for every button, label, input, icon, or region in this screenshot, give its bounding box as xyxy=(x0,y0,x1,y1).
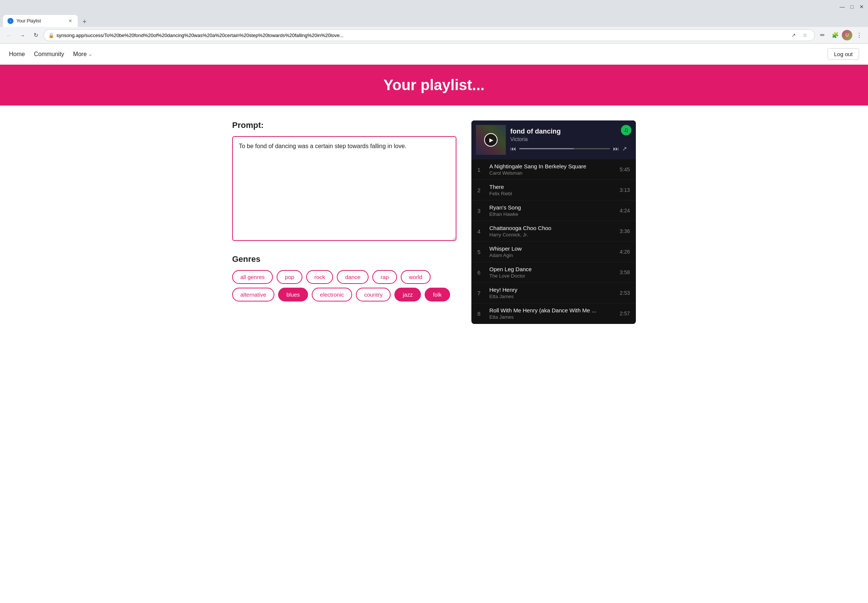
player-controls: ⏮ ⏭ ↗ xyxy=(510,145,627,152)
address-bar[interactable]: 🔒 ↗ ☆ xyxy=(43,29,815,41)
track-item[interactable]: 3 Ryan's Song Ethan Hawke 4:24 xyxy=(472,201,636,221)
track-title: A Nightingale Sang In Berkeley Square xyxy=(489,163,617,170)
share-page-button[interactable]: ↗ xyxy=(788,30,799,40)
track-title: Roll With Me Henry (aka Dance With Me ..… xyxy=(489,307,617,314)
track-item[interactable]: 6 Open Leg Dance The Love Doctor 3:58 xyxy=(472,262,636,283)
track-artist: Etta James xyxy=(489,314,617,320)
hero-banner: Your playlist... xyxy=(0,65,868,105)
track-item[interactable]: 1 A Nightingale Sang In Berkeley Square … xyxy=(472,159,636,180)
player-info: fond of dancing Victoria ⏮ ⏭ ↗ xyxy=(506,128,631,152)
new-tab-button[interactable]: + xyxy=(79,17,90,27)
more-dropdown-arrow: ⌄ xyxy=(88,51,93,57)
tab-close-button[interactable]: ✕ xyxy=(67,18,73,24)
prompt-textarea[interactable]: To be fond of dancing was a certain step… xyxy=(232,136,456,241)
nav-links: Home Community More ⌄ xyxy=(9,49,93,59)
track-number: 6 xyxy=(477,269,486,276)
genre-btn-rap[interactable]: rap xyxy=(372,270,397,284)
right-panel: ▶ fond of dancing Victoria ⏮ ⏭ ↗ xyxy=(472,121,636,324)
genre-btn-country[interactable]: country xyxy=(356,288,391,302)
puzzle-button[interactable]: 🧩 xyxy=(829,29,841,41)
tab-title: Your Playlist xyxy=(17,19,64,23)
browser-chrome: — □ ✕ ♪ Your Playlist ✕ + ← → ↻ 🔒 ↗ ☆ ✏ … xyxy=(0,0,868,44)
track-item[interactable]: 2 There Felix Riebl 3:13 xyxy=(472,180,636,201)
track-title: Hey! Henry xyxy=(489,286,617,293)
genre-btn-rock[interactable]: rock xyxy=(306,270,333,284)
nav-community[interactable]: Community xyxy=(34,49,64,59)
browser-toolbar-right: ✏ 🧩 U ⋮ xyxy=(816,29,865,41)
track-duration: 4:26 xyxy=(620,249,630,255)
user-avatar[interactable]: U xyxy=(842,30,852,40)
track-duration: 3:36 xyxy=(620,228,630,234)
nav-more[interactable]: More ⌄ xyxy=(73,49,93,59)
hero-title: Your playlist... xyxy=(0,77,868,94)
browser-menu-button[interactable]: ⋮ xyxy=(853,29,865,41)
back-button[interactable]: ← xyxy=(3,29,15,41)
reload-button[interactable]: ↻ xyxy=(30,29,42,41)
track-artist: Etta James xyxy=(489,294,617,299)
app-nav: Home Community More ⌄ Log out xyxy=(0,44,868,65)
genre-btn-pop[interactable]: pop xyxy=(277,270,302,284)
track-list: 1 A Nightingale Sang In Berkeley Square … xyxy=(472,159,636,324)
player-artist: Victoria xyxy=(510,136,627,142)
progress-bar[interactable] xyxy=(519,148,610,149)
track-number: 3 xyxy=(477,207,486,214)
track-item[interactable]: 5 Whisper Low Adam Agin 4:26 xyxy=(472,242,636,262)
track-title: Open Leg Dance xyxy=(489,266,617,272)
genre-btn-blues[interactable]: blues xyxy=(278,288,308,302)
track-number: 1 xyxy=(477,167,486,173)
track-title: Ryan's Song xyxy=(489,204,617,210)
genre-btn-world[interactable]: world xyxy=(401,270,431,284)
left-panel: Prompt: To be fond of dancing was a cert… xyxy=(232,121,456,324)
page-wrapper: Home Community More ⌄ Log out Your playl… xyxy=(0,44,868,603)
address-input[interactable] xyxy=(57,32,786,38)
forward-button[interactable]: → xyxy=(17,29,28,41)
track-list-scroll[interactable]: 1 A Nightingale Sang In Berkeley Square … xyxy=(472,159,636,324)
genre-btn-all-genres[interactable]: all genres xyxy=(232,270,273,284)
track-title: Chattanooga Choo Choo xyxy=(489,225,617,231)
browser-toolbar: ← → ↻ 🔒 ↗ ☆ ✏ 🧩 U ⋮ xyxy=(0,27,868,43)
minimize-button[interactable]: — xyxy=(839,3,846,10)
track-artist: Felix Riebl xyxy=(489,191,617,196)
track-details: A Nightingale Sang In Berkeley Square Ca… xyxy=(486,163,620,176)
track-duration: 2:53 xyxy=(620,290,630,296)
browser-titlebar: — □ ✕ xyxy=(0,0,868,14)
bookmark-button[interactable]: ☆ xyxy=(800,30,810,40)
pen-button[interactable]: ✏ xyxy=(816,29,828,41)
tab-favicon: ♪ xyxy=(8,18,14,24)
track-artist: Harry Connick, Jr. xyxy=(489,232,617,238)
next-button[interactable]: ⏭ xyxy=(613,145,619,152)
spotify-logo: ♫ xyxy=(621,125,631,135)
close-button[interactable]: ✕ xyxy=(858,3,865,10)
browser-tab[interactable]: ♪ Your Playlist ✕ xyxy=(3,15,78,27)
genres-label: Genres xyxy=(232,254,456,264)
track-number: 2 xyxy=(477,187,486,193)
maximize-button[interactable]: □ xyxy=(849,3,855,10)
genre-btn-jazz[interactable]: jazz xyxy=(395,288,421,302)
track-duration: 3:13 xyxy=(620,187,630,193)
track-number: 7 xyxy=(477,290,486,296)
genre-btn-alternative[interactable]: alternative xyxy=(232,288,274,302)
share-button[interactable]: ↗ xyxy=(622,145,627,152)
track-title: Whisper Low xyxy=(489,245,617,252)
track-artist: The Love Doctor xyxy=(489,273,617,279)
genre-btn-dance[interactable]: dance xyxy=(337,270,368,284)
progress-fill xyxy=(519,148,574,149)
lock-icon: 🔒 xyxy=(48,32,54,38)
track-number: 5 xyxy=(477,249,486,255)
track-title: There xyxy=(489,184,617,190)
track-details: Whisper Low Adam Agin xyxy=(486,245,620,258)
track-artist: Carol Welsman xyxy=(489,170,617,176)
nav-home[interactable]: Home xyxy=(9,49,25,59)
play-button[interactable]: ▶ xyxy=(484,133,498,147)
prev-button[interactable]: ⏮ xyxy=(510,145,516,152)
play-icon: ▶ xyxy=(489,137,493,143)
spotify-player: ▶ fond of dancing Victoria ⏮ ⏭ ↗ xyxy=(472,121,636,324)
track-item[interactable]: 8 Roll With Me Henry (aka Dance With Me … xyxy=(472,303,636,324)
address-actions: ↗ ☆ xyxy=(788,30,810,40)
genre-btn-electronic[interactable]: electronic xyxy=(312,288,352,302)
track-item[interactable]: 7 Hey! Henry Etta James 2:53 xyxy=(472,283,636,303)
track-item[interactable]: 4 Chattanooga Choo Choo Harry Connick, J… xyxy=(472,221,636,242)
logout-button[interactable]: Log out xyxy=(828,48,859,60)
track-duration: 4:24 xyxy=(620,207,630,213)
genre-btn-folk[interactable]: folk xyxy=(425,288,450,302)
